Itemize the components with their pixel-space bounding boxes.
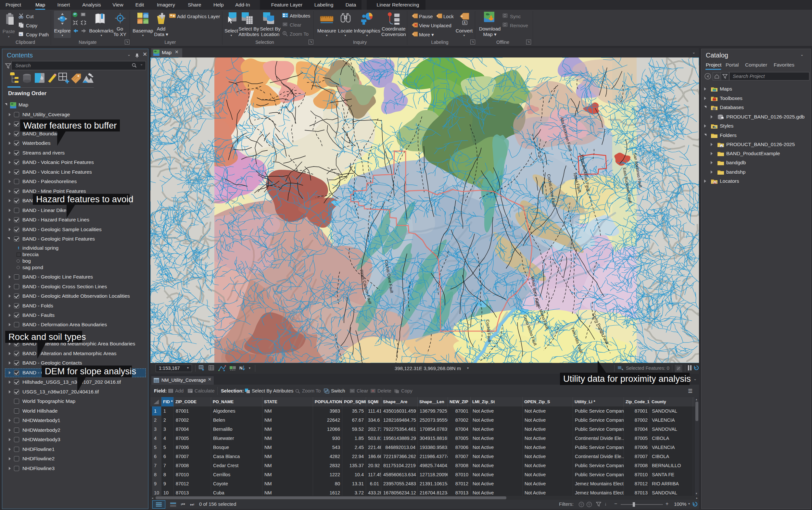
svg-text:A: A (463, 21, 466, 25)
svg-text:w: w (19, 33, 22, 36)
svg-text:N: N (239, 365, 242, 370)
